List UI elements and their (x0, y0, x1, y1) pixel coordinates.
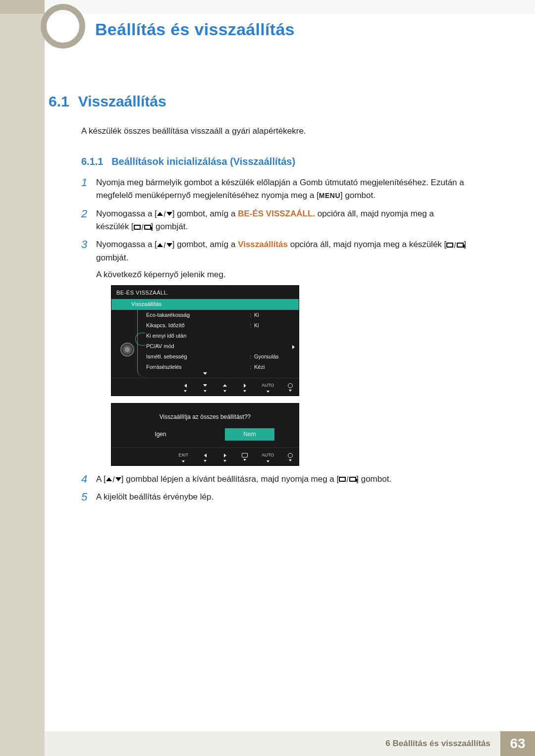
osd-nav-up (222, 383, 228, 392)
down-icon (203, 372, 207, 375)
down-icon (203, 384, 207, 387)
step-1: 1 Nyomja meg bármelyik gombot a készülék… (81, 176, 468, 202)
indicator-icon (223, 460, 226, 462)
confirm-yes: Igen (136, 428, 185, 441)
step-number: 4 (81, 473, 96, 486)
auto-label: AUTO (262, 452, 274, 459)
indicator-icon (267, 460, 269, 462)
section-number: 6.1 (49, 93, 69, 109)
step-body: Nyomogassa a [] gombot, amíg a BE-ÉS VIS… (96, 207, 468, 234)
chapter-circle-decoration (41, 4, 85, 49)
osd-footer: EXIT AUTO (111, 448, 299, 465)
step-text: ] gombját. (151, 222, 188, 231)
section-title: Visszaállítás (78, 93, 166, 109)
power-icon (288, 383, 293, 388)
osd-row-label: Ki ennyi idő után (146, 332, 247, 340)
power-icon (288, 453, 293, 458)
step-text: ] gombot. (356, 474, 391, 484)
subsection-number: 6.1.1 (81, 156, 103, 167)
indicator-icon (184, 390, 187, 392)
separator-icon (164, 211, 165, 217)
osd-row-value: Ki (254, 311, 294, 319)
osd-nav-left (202, 453, 208, 462)
step-5: 5 A kijelölt beállítás érvénybe lép. (81, 491, 468, 504)
footer-chapter: 6 Beállítás és visszaállítás (45, 731, 500, 756)
left-icon (184, 384, 187, 388)
source-icon (446, 243, 453, 248)
step-4: 4 A [] gombbal lépjen a kívánt beállítás… (81, 473, 468, 486)
separator-icon (347, 476, 348, 482)
enter-icon (457, 243, 464, 248)
indicator-icon (223, 390, 226, 392)
step-number: 1 (81, 176, 96, 202)
submenu-arrow-icon (292, 345, 295, 349)
step-text: A [ (96, 474, 106, 484)
step-body: Nyomja meg bármelyik gombot a készülék e… (96, 176, 468, 202)
osd-colon: : (247, 353, 254, 361)
step-body: A kijelölt beállítás érvénybe lép. (96, 491, 214, 504)
osd-colon: : (247, 363, 254, 371)
auto-label: AUTO (262, 382, 274, 389)
enter-icon (349, 477, 356, 482)
page-title: Beállítás és visszaállítás (95, 20, 295, 39)
top-bar-right (45, 0, 535, 14)
step-number: 5 (81, 491, 96, 504)
menu-option-highlight: Visszaállítás (238, 240, 288, 249)
source-icon (134, 225, 141, 230)
step-text: Nyomogassa a [ (96, 240, 157, 249)
osd-auto-label: AUTO (262, 382, 274, 393)
left-sidebar (0, 14, 45, 756)
separator-icon (141, 224, 143, 230)
top-bar-left (0, 0, 45, 14)
osd-enter (242, 453, 248, 461)
separator-icon (164, 242, 165, 248)
confirm-options: Igen Nem (111, 428, 299, 448)
section-heading: 6.1Visszaállítás (49, 93, 166, 110)
down-icon (115, 477, 121, 481)
indicator-icon (243, 390, 246, 392)
osd-nav-right (222, 453, 228, 462)
indicator-icon (267, 391, 269, 393)
osd-power (288, 383, 293, 392)
osd-row-label: Eco-takarékosság (146, 311, 247, 319)
indicator-icon (289, 459, 292, 461)
page-footer: 6 Beállítás és visszaállítás 63 (45, 731, 535, 756)
subsection-heading: 6.1.1 Beállítások inicializálása (Vissza… (81, 156, 295, 167)
separator-icon (454, 242, 456, 248)
osd-nav-down (202, 383, 208, 392)
confirm-no-selected: Nem (225, 428, 274, 441)
osd-auto-label: AUTO (262, 452, 274, 462)
up-icon (223, 384, 227, 387)
up-icon (157, 243, 163, 247)
osd-power (288, 453, 293, 461)
confirm-question: Visszaállítja az összes beállítást?? (111, 412, 299, 429)
step-number: 3 (81, 238, 96, 465)
osd-row-label: Kikapcs. Időzítő (146, 321, 247, 330)
step-text: opcióra áll, majd nyomja meg a készülék … (288, 240, 446, 249)
osd-footer: AUTO (111, 378, 299, 396)
osd-colon: : (247, 321, 254, 330)
left-icon (204, 454, 207, 457)
down-icon (166, 243, 172, 247)
osd-exit-label: EXIT (178, 452, 188, 462)
osd-row-value: Gyorsulás (254, 353, 294, 361)
step-body: Nyomogassa a [] gombot, amíg a Visszaáll… (96, 238, 468, 465)
exit-label: EXIT (178, 452, 188, 459)
step-text: ] gombot, amíg a (172, 240, 238, 249)
up-icon (157, 212, 163, 216)
step-2: 2 Nyomogassa a [] gombot, amíg a BE-ÉS V… (81, 207, 468, 234)
indicator-icon (289, 390, 292, 392)
osd-menu: BE-ÉS VISSZAÁLL. Visszaállítás Eco-takar… (111, 285, 299, 396)
step-number: 2 (81, 207, 96, 234)
enter-icon (242, 453, 248, 457)
osd-nav-left (182, 383, 188, 392)
steps-list: 1 Nyomja meg bármelyik gombot a készülék… (81, 176, 468, 509)
step-text: Nyomja meg bármelyik gombot a készülék e… (96, 178, 464, 200)
source-icon (339, 477, 346, 482)
osd-row-value: Ki (254, 321, 294, 330)
subsection-title: Beállítások inicializálása (Visszaállítá… (111, 156, 295, 167)
enter-icon (144, 225, 151, 230)
indicator-icon (243, 459, 246, 461)
right-icon (244, 384, 246, 388)
osd-row-label: Ismétl. sebesség (146, 353, 247, 361)
